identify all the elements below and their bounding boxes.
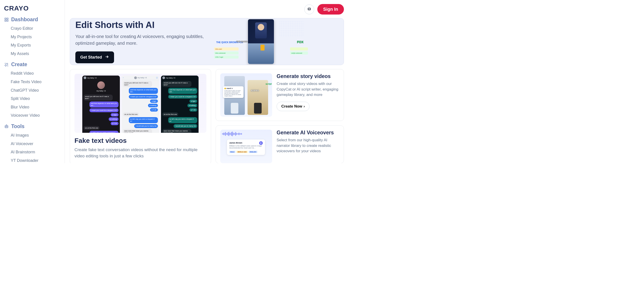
voiceover-thumbnail: James Brown William is the default voice… bbox=[220, 130, 272, 163]
chat-bubble: I would ask you to marry me bbox=[174, 124, 197, 128]
overlay-text: Lorem ipsum dolor sit amet, consectetur … bbox=[224, 90, 242, 96]
chat-bubble: a T-34 bbox=[111, 122, 118, 125]
sidebar-item-voiceover-video[interactable]: Voiceover Video bbox=[4, 111, 61, 120]
topbar: Sign In bbox=[70, 4, 344, 14]
sidebar-item-ai-images[interactable]: AI Images bbox=[4, 131, 61, 140]
sidebar-item-reddit-video[interactable]: Reddit Video bbox=[4, 69, 61, 78]
chat-bubble: I mean you could be a leopard 2 A7 bbox=[90, 108, 118, 112]
story-title: Generate story videos bbox=[276, 73, 339, 79]
fake-text-preview: my baby <3 my baby <3 would you still lo… bbox=[74, 74, 206, 133]
msgs-dark: would you still love me if I was a tank?… bbox=[82, 94, 120, 133]
svg-point-8 bbox=[310, 9, 310, 10]
sidebar-item-fake-texts-video[interactable]: Fake Texts Video bbox=[4, 78, 61, 86]
track-blank bbox=[290, 48, 308, 50]
chat-bubble: I would ask you to marry me bbox=[134, 124, 158, 128]
nav-section-label: Create bbox=[11, 62, 27, 67]
brand-logo: CRAYO bbox=[4, 4, 61, 12]
sidebar-item-my-assets[interactable]: My Assets bbox=[4, 50, 61, 58]
get-started-label: Get Started bbox=[80, 55, 102, 60]
chat-bubble: a tiger bbox=[150, 100, 158, 103]
side-column: 🙂 rider07 ✔ Lorem ipsum dolor sit amet, … bbox=[216, 69, 344, 163]
svg-rect-1 bbox=[7, 18, 8, 19]
voice-text: William is the default voice used in Cra… bbox=[229, 145, 263, 149]
svg-rect-2 bbox=[7, 20, 8, 21]
story-overlay-card: 🙂 rider07 ✔ Lorem ipsum dolor sit amet, … bbox=[223, 86, 244, 98]
svg-rect-0 bbox=[5, 18, 6, 19]
sidebar-item-blur-video[interactable]: Blur Video bbox=[4, 103, 61, 112]
get-started-button[interactable]: Get Started bbox=[75, 52, 114, 63]
contact-name: my baby <3 bbox=[166, 77, 175, 79]
voiceover-card[interactable]: James Brown William is the default voice… bbox=[216, 126, 344, 163]
chat-bubble: a tiger bbox=[190, 100, 197, 103]
svg-rect-3 bbox=[5, 20, 6, 21]
arrow-right-icon bbox=[105, 54, 109, 60]
hero-subtitle: Your all-in-one tool for creating AI voi… bbox=[75, 33, 214, 46]
discord-button[interactable] bbox=[304, 4, 314, 14]
svg-rect-4 bbox=[5, 126, 8, 128]
chat-bubble: I mean you could be a leopard 2 A7 bbox=[168, 95, 197, 98]
sidebar-item-my-exports[interactable]: My Exports bbox=[4, 41, 61, 50]
chat-bubble: would you still love me if I was a tank? bbox=[123, 81, 152, 87]
chat-bubble: a bulldog bbox=[148, 104, 158, 107]
sidebar-item-yt-downloader[interactable]: YT Downloader bbox=[4, 156, 61, 163]
tag-english: ENGLISH bbox=[249, 151, 258, 153]
voiceover-desc: Select from our high-quality AI narrator… bbox=[276, 138, 339, 154]
cards-row: my baby <3 my baby <3 would you still lo… bbox=[70, 69, 344, 163]
voice-sample-card: James Brown William is the default voice… bbox=[227, 140, 265, 155]
nav-section-create[interactable]: Create bbox=[4, 62, 61, 67]
chat-bubble: I mean you could be a leopard 2 A7 bbox=[129, 95, 158, 98]
magic-wand-icon bbox=[4, 62, 9, 67]
story-desc: Create viral story videos with our CopyC… bbox=[276, 81, 339, 98]
dashboard-icon bbox=[4, 17, 9, 22]
sidebar-item-crayo-editor[interactable]: Crayo Editor bbox=[4, 24, 61, 33]
svg-point-6 bbox=[7, 126, 8, 127]
fake-text-videos-card[interactable]: my baby <3 my baby <3 would you still lo… bbox=[70, 69, 211, 163]
phone-preview-dark2: my baby <3 would you still love me if I … bbox=[161, 76, 198, 133]
chat-bubble: well that depends on what tank you are… bbox=[129, 88, 158, 94]
chat-bubble: so let's say you were a leopard 2 A7 bbox=[129, 117, 158, 123]
phone-preview-light: ‹my baby <3▢ would you still love me if … bbox=[122, 76, 159, 133]
nav-section-dashboard[interactable]: Dashboard bbox=[4, 17, 61, 22]
robot-icon bbox=[4, 124, 9, 129]
chevron-right-icon: › bbox=[304, 104, 305, 109]
hero-title: Edit Shorts with AI bbox=[75, 20, 214, 30]
create-now-button[interactable]: Create Now › bbox=[276, 102, 310, 111]
chat-bubble: a T-34 bbox=[150, 108, 158, 112]
nav-section-label: Tools bbox=[11, 124, 24, 129]
chat-bubble: so let's say you were a leopard 2 A7 bbox=[168, 117, 197, 123]
nav-section-tools[interactable]: Tools bbox=[4, 124, 61, 129]
sidebar-item-ai-voiceover[interactable]: AI Voiceover bbox=[4, 140, 61, 148]
svg-point-7 bbox=[308, 9, 309, 10]
overlay-user: rider07 bbox=[226, 88, 232, 89]
sidebar-item-chatgpt-video[interactable]: ChatGPT Video bbox=[4, 86, 61, 95]
chat-bubble: a T-34 bbox=[190, 108, 197, 112]
track-intro-card: intro-card bbox=[214, 48, 238, 50]
camera-icon: ▢ bbox=[156, 77, 158, 79]
script-caption: script bbox=[266, 83, 272, 85]
tag-middle-age: MIDDLE AGE bbox=[236, 151, 248, 153]
phone-preview-dark: my baby <3 my baby <3 would you still lo… bbox=[82, 76, 120, 133]
hero-illustration: intro-card intro-voiceover GTA 7.mp4 scr… bbox=[214, 19, 308, 64]
sidebar: CRAYO Dashboard Crayo Editor My Projects… bbox=[0, 0, 65, 163]
svg-point-5 bbox=[6, 126, 6, 127]
chat-bubble: ok ok the first one bbox=[162, 112, 178, 116]
story-videos-card[interactable]: 🙂 rider07 ✔ Lorem ipsum dolor sit amet, … bbox=[216, 69, 344, 121]
story-thumbnail: 🙂 rider07 ✔ Lorem ipsum dolor sit amet, … bbox=[220, 73, 272, 117]
hero-video-thumbnail bbox=[248, 19, 274, 64]
chat-bubble: aww does that mean you wanna marry me?? bbox=[123, 129, 152, 133]
msgs-light: would you still love me if I was a tank?… bbox=[122, 80, 159, 133]
play-icon bbox=[259, 141, 263, 145]
chat-bubble: a bulldog bbox=[188, 104, 197, 107]
signin-button[interactable]: Sign In bbox=[317, 4, 344, 14]
sidebar-item-ai-brainstorm[interactable]: AI Brainstorm bbox=[4, 148, 61, 156]
sidebar-item-my-projects[interactable]: My Projects bbox=[4, 33, 61, 41]
create-now-label: Create Now bbox=[281, 104, 302, 109]
discord-icon bbox=[307, 6, 312, 12]
chat-bubble: would you still love me if I was a tank? bbox=[162, 81, 192, 87]
msgs-dark2: would you still love me if I was a tank?… bbox=[161, 80, 198, 133]
voice-name: James Brown bbox=[229, 142, 263, 144]
track-intro-voiceover: intro-voiceover bbox=[214, 52, 238, 54]
fake-text-desc: Create fake text conversation videos wit… bbox=[74, 147, 206, 159]
sidebar-item-split-video[interactable]: Split Video bbox=[4, 94, 61, 103]
chat-bubble: a tiger bbox=[111, 113, 118, 116]
